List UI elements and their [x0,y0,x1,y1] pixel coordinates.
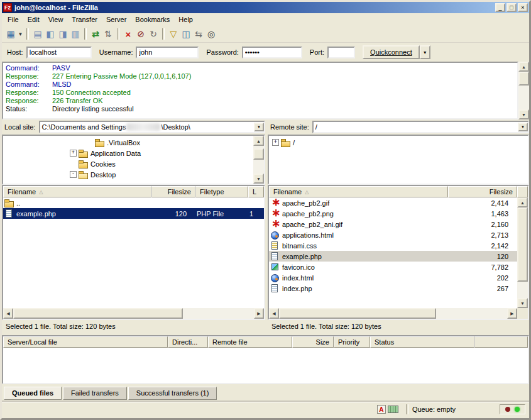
queue-column-priority[interactable]: Priority [334,336,370,348]
remote-horizontal-scrollbar[interactable]: ◀ ▶ [269,308,528,319]
scroll-down-icon[interactable]: ▼ [253,174,264,184]
queue-column-server-local-file[interactable]: Server/Local file [3,336,168,348]
host-input[interactable] [26,47,92,58]
password-input[interactable] [242,47,302,58]
expand-icon[interactable]: + [272,139,279,146]
toggle-remote-tree-icon[interactable]: ◨ [57,28,69,40]
site-manager-dropdown-icon[interactable]: ▼ [17,28,24,40]
close-button[interactable]: × [518,3,528,12]
combo-dropdown-icon[interactable]: ▼ [254,123,264,131]
tree-item-application-data[interactable]: +Application Data [3,148,253,158]
column-header-filename[interactable]: Filename△ [3,186,151,197]
column-header-filler [517,186,528,197]
menu-item-bookmarks[interactable]: Bookmarks [131,14,174,25]
scroll-right-icon[interactable]: ▶ [507,308,517,319]
queue-column-status[interactable]: Status [370,336,474,348]
process-queue-icon[interactable]: ⇅ [102,28,114,40]
file-row[interactable]: index.html202 [269,272,517,283]
menu-item-view[interactable]: View [44,14,68,25]
queue-column-remote-file[interactable]: Remote file [208,336,292,348]
tree-item-virtualbox[interactable]: .VirtualBox [3,137,253,148]
scroll-left-icon[interactable]: ◀ [269,308,279,319]
tab-failed-transfers[interactable]: Failed transfers [63,387,127,400]
scrollbar-thumb[interactable] [13,308,183,319]
file-row[interactable]: apache_pb2.png1,463 [269,208,517,219]
local-tree-scrollbar[interactable]: ▲ ▼ [253,136,264,184]
file-row-example-php[interactable]: example.php 120 PHP File 1 [3,208,264,219]
toggle-local-tree-icon[interactable]: ◧ [44,28,57,40]
find-icon[interactable]: ◎ [205,28,217,40]
sync-browse-icon[interactable]: ⇆ [192,28,205,40]
log-text: 227 Entering Passive Mode (127,0,0,1,6,1… [52,72,191,80]
toggle-message-log-icon[interactable]: ▤ [31,28,44,40]
menu-item-transfer[interactable]: Transfer [67,14,102,25]
tree-item-desktop[interactable]: -Desktop [3,169,253,180]
app-icon[interactable]: Fz [3,3,12,12]
tree-item-root[interactable]: +/ [269,137,528,148]
file-row-example-php[interactable]: example.php120 [269,251,517,262]
remote-site-combo[interactable]: / ▼ [312,121,529,133]
title-bar[interactable]: Fz john@localhost - FileZilla _ □ × [2,2,529,13]
refresh-icon[interactable]: ⇄ [89,28,102,40]
column-header-filename[interactable]: Filename△ [269,186,448,197]
scroll-up-icon[interactable]: ▲ [518,62,529,72]
scroll-left-icon[interactable]: ◀ [3,308,13,319]
file-row[interactable]: index.php267 [269,283,517,294]
file-row[interactable]: apache_pb2_ani.gif2,160 [269,219,517,229]
port-input[interactable] [327,47,355,58]
log-label: Response: [6,72,52,80]
minimize-button[interactable]: _ [495,3,505,12]
tab-successful-transfers[interactable]: Successful transfers (1) [128,387,217,400]
scrollbar-thumb[interactable] [517,207,528,282]
scrollbar-thumb[interactable] [253,148,264,160]
file-row[interactable]: applications.html2,713 [269,229,517,240]
scrollbar-thumb[interactable] [279,308,436,319]
toggle-queue-icon[interactable]: ▥ [69,28,82,40]
menu-item-help[interactable]: Help [174,14,197,25]
compare-icon[interactable]: ◫ [180,28,192,40]
reconnect-icon[interactable]: ↻ [147,28,160,40]
file-row-parent-dir[interactable]: .. [3,197,264,208]
local-path-prefix: C:\Documents and Settings [42,123,126,131]
file-type [195,197,248,208]
file-modified [248,197,264,208]
collapse-icon[interactable]: - [70,171,77,178]
file-row[interactable]: favicon.ico7,782 [269,262,517,272]
local-site-combo[interactable]: C:\Documents and Settings\Desktop\ ▼ [39,121,265,133]
tree-item-label: .VirtualBox [107,139,140,146]
queue-column-direction[interactable]: Directi... [168,336,208,348]
filter-icon[interactable]: ▽ [167,28,180,40]
maximize-button[interactable]: □ [506,3,517,12]
menu-item-file[interactable]: File [3,14,23,25]
menu-item-edit[interactable]: Edit [23,14,44,25]
site-manager-icon[interactable]: ▦ [4,28,17,40]
scroll-up-icon[interactable]: ▲ [517,197,528,207]
scroll-right-icon[interactable]: ▶ [254,308,264,319]
cancel-icon[interactable]: × [122,28,134,40]
username-input[interactable] [136,47,199,58]
quickconnect-button[interactable]: Quickconnect [363,45,420,59]
file-row[interactable]: bitnami.css2,142 [269,240,517,251]
scroll-down-icon[interactable]: ▼ [518,109,529,119]
scroll-up-icon[interactable]: ▲ [253,136,264,146]
column-header-filesize[interactable]: Filesize [151,186,195,197]
menu-item-server[interactable]: Server [102,14,131,25]
column-header-filesize[interactable]: Filesize [448,186,517,197]
disconnect-icon[interactable]: ⊘ [134,28,147,40]
tab-queued-files[interactable]: Queued files [4,387,62,400]
local-horizontal-scrollbar[interactable]: ◀ ▶ [3,308,264,319]
scrollbar-thumb[interactable] [518,72,529,86]
scroll-down-icon[interactable]: ▼ [517,298,528,308]
file-row[interactable]: apache_pb2.gif2,414 [269,197,517,208]
binary-indicator-icon [388,406,398,413]
expand-icon[interactable]: + [70,150,77,157]
column-header-label: Server/Local file [8,338,57,346]
remote-list-scrollbar[interactable]: ▲ ▼ [517,197,528,308]
log-scrollbar[interactable]: ▲ ▼ [518,62,529,119]
queue-column-size[interactable]: Size [292,336,334,348]
tree-item-cookies[interactable]: Cookies [3,158,253,169]
column-header-last-modified[interactable]: L [248,186,264,197]
quickconnect-dropdown-icon[interactable]: ▼ [420,45,430,59]
column-header-filetype[interactable]: Filetype [195,186,248,197]
combo-dropdown-icon[interactable]: ▼ [518,123,528,131]
